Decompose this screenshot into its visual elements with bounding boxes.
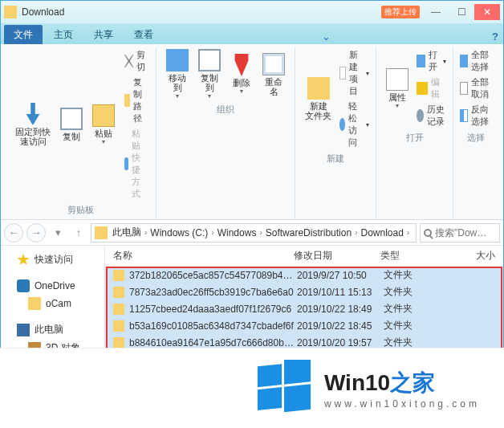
folder-icon (4, 6, 17, 18)
file-type: 文件夹 (384, 268, 424, 282)
copy-icon (60, 108, 83, 130)
paste-button[interactable]: 粘贴 ▾ (87, 103, 120, 147)
col-name[interactable]: 名称 (113, 249, 294, 263)
selectnone-button[interactable]: 全部取消 (458, 75, 494, 101)
link-icon (124, 157, 128, 170)
newfolder-icon (307, 77, 330, 100)
svg-rect-1 (284, 360, 311, 385)
tab-share[interactable]: 共享 (84, 25, 123, 44)
window-title: Download (22, 6, 64, 18)
up-button[interactable]: ↑ (70, 223, 87, 243)
col-date[interactable]: 修改日期 (294, 249, 380, 263)
rename-icon (262, 53, 285, 75)
paste-shortcut-button[interactable]: 粘贴快捷方式 (123, 127, 151, 201)
search-box[interactable] (420, 223, 500, 243)
tab-view[interactable]: 查看 (124, 25, 163, 44)
refresh-button[interactable]: ⟳ (413, 227, 417, 238)
titlebar[interactable]: Download 推荐上传 — ☐ ✕ (1, 1, 503, 23)
selectnone-icon (460, 82, 468, 95)
copy-path-button[interactable]: 复制路径 (123, 75, 151, 125)
file-row[interactable]: 11257cbeed24daaa3aedf07f1f2679c62019/10/… (105, 300, 503, 317)
selectall-icon (460, 55, 468, 67)
svg-rect-0 (258, 364, 282, 387)
file-name: b53a169c01085ac6348d7347cbadef6f (129, 320, 297, 332)
sidebar-onedrive[interactable]: OneDrive (1, 277, 104, 295)
file-row[interactable]: 7873a23ad0ec26ff5cb3919c7ba6e6a02019/10/… (105, 283, 503, 300)
file-name: b884610ea91647e1a95d7c666d80b3f3 (129, 337, 297, 349)
properties-button[interactable]: 属性▾ (381, 67, 413, 111)
file-row[interactable]: b53a169c01085ac6348d7347cbadef6f2019/10/… (105, 317, 503, 334)
ribbon-group-clipboard: 剪贴板 (10, 202, 151, 218)
file-date: 2019/10/11 15:13 (297, 287, 384, 298)
file-date: 2019/10/22 18:49 (297, 304, 384, 315)
cut-button[interactable]: 剪切 (123, 48, 151, 74)
ribbon-tabs: 文件 主页 共享 查看 ⌄ ? (1, 23, 503, 44)
newitem-button[interactable]: 新建项目▾ (338, 48, 371, 98)
col-size[interactable]: 大小 (421, 249, 503, 263)
column-headers[interactable]: 名称 修改日期 类型 大小 (105, 246, 503, 267)
copyto-icon (198, 49, 221, 71)
breadcrumb[interactable]: 此电脑› Windows (C:)› Windows› SoftwareDist… (91, 223, 417, 243)
copyto-button[interactable]: 复制到▾ (193, 47, 226, 101)
selectall-button[interactable]: 全部选择 (458, 48, 494, 74)
tab-home[interactable]: 主页 (44, 25, 83, 44)
pin-quick-button[interactable]: 固定到快 速访问 (10, 101, 55, 148)
moveto-icon (166, 49, 189, 71)
back-button[interactable]: ← (4, 223, 23, 243)
file-date: 2019/10/22 18:45 (297, 320, 384, 332)
properties-icon (386, 68, 408, 91)
ribbon-group-open: 打开 (381, 129, 448, 145)
folder-icon (113, 320, 124, 332)
upload-badge[interactable]: 推荐上传 (381, 6, 420, 18)
file-date: 2019/10/20 19:57 (297, 337, 384, 349)
maximize-button[interactable]: ☐ (449, 4, 474, 20)
minimize-button[interactable]: — (423, 4, 449, 20)
watermark: Win10之家 www.win10xitong.com (0, 348, 504, 428)
invert-icon (460, 109, 468, 122)
folder-icon (113, 287, 124, 298)
sidebar-quickaccess[interactable]: 快速访问 (1, 251, 104, 269)
search-icon (424, 229, 432, 237)
watermark-brand: Win10之家 (324, 368, 480, 398)
pc-icon (17, 324, 30, 336)
file-name: 11257cbeed24daaa3aedf07f1f2679c6 (129, 304, 297, 315)
forward-button[interactable]: → (26, 223, 46, 243)
open-icon (417, 55, 425, 67)
folder-icon (28, 297, 41, 310)
open-button[interactable]: 打开▾ (415, 48, 448, 74)
recent-button[interactable]: ▾ (49, 223, 67, 243)
file-row[interactable]: 372b182065ce5ac857c54577089b4b222019/9/2… (105, 267, 503, 283)
sidebar-ocam[interactable]: oCam (1, 295, 104, 312)
ribbon: 固定到快 速访问 复制 粘贴 ▾ 剪切 复制路径 粘贴快捷方式 剪贴板 (1, 44, 503, 220)
newitem-icon (339, 67, 346, 79)
copy-button[interactable]: 复制 (55, 106, 87, 143)
address-bar: ← → ▾ ↑ 此电脑› Windows (C:)› Windows› Soft… (1, 220, 503, 246)
col-type[interactable]: 类型 (380, 249, 421, 263)
windows-logo-icon (255, 360, 313, 418)
help-button[interactable]: ? (487, 29, 503, 44)
moveto-button[interactable]: 移动到▾ (161, 47, 193, 101)
path-icon (124, 94, 130, 107)
delete-icon (230, 54, 253, 76)
rename-button[interactable]: 重命名 (258, 51, 290, 98)
file-name: 372b182065ce5ac857c54577089b4b22 (129, 270, 297, 281)
search-input[interactable] (435, 227, 491, 238)
svg-rect-3 (284, 384, 311, 412)
sidebar-thispc[interactable]: 此电脑 (1, 320, 104, 339)
file-type: 文件夹 (384, 302, 424, 316)
newfolder-button[interactable]: 新建 文件夹 (300, 75, 336, 122)
collapse-ribbon-button[interactable]: ⌄ (317, 29, 335, 44)
easyaccess-button[interactable]: 轻松访问▾ (338, 100, 371, 149)
file-name: 7873a23ad0ec26ff5cb3919c7ba6e6a0 (129, 287, 297, 298)
history-button[interactable]: 历史记录 (415, 103, 448, 128)
tab-file[interactable]: 文件 (4, 25, 43, 44)
folder-icon (113, 337, 124, 349)
paste-icon (92, 104, 115, 127)
edit-button[interactable]: 编辑 (415, 75, 448, 101)
invert-button[interactable]: 反向选择 (458, 103, 494, 128)
star-icon (17, 254, 30, 267)
close-button[interactable]: ✕ (474, 4, 500, 20)
file-type: 文件夹 (384, 319, 424, 332)
delete-button[interactable]: 删除▾ (226, 52, 258, 96)
history-icon (417, 109, 424, 122)
